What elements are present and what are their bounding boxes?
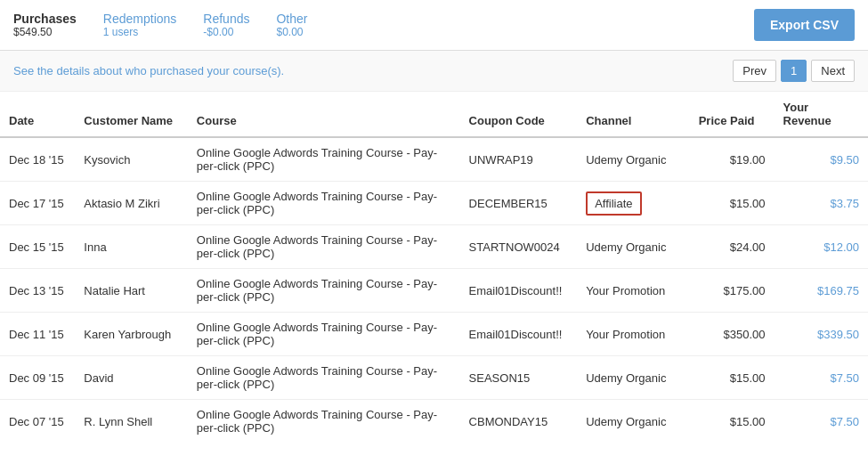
- col-header-channel: Channel: [577, 92, 690, 137]
- cell-customer_name: Natalie Hart: [75, 269, 188, 313]
- cell-channel: Affiliate: [577, 182, 690, 225]
- info-message: See the details about who purchased your…: [13, 64, 284, 77]
- info-bar: See the details about who purchased your…: [0, 51, 868, 92]
- page-1-button[interactable]: 1: [781, 60, 807, 82]
- cell-date: Dec 18 '15: [0, 137, 75, 182]
- cell-channel: Udemy Organic: [577, 137, 690, 182]
- cell-coupon_code: UNWRAP19: [460, 137, 578, 182]
- table-row: Dec 17 '15Aktasio M ZikriOnline Google A…: [0, 182, 868, 225]
- table-container: DateCustomer NameCourseCoupon CodeChanne…: [0, 92, 868, 443]
- cell-course: Online Google Adwords Training Course - …: [188, 356, 460, 400]
- tab-redemptions[interactable]: Redemptions 1 users: [103, 12, 177, 38]
- tab-sub-other: $0.00: [276, 26, 307, 38]
- cell-date: Dec 09 '15: [0, 356, 75, 400]
- cell-price_paid: $24.00: [690, 225, 775, 269]
- header-tabs: Purchases $549.50 Redemptions 1 users Re…: [13, 12, 754, 38]
- cell-customer_name: Aktasio M Zikri: [75, 182, 188, 225]
- cell-your_revenue: $9.50: [775, 137, 868, 182]
- cell-channel: Udemy Organic: [577, 225, 690, 269]
- cell-price_paid: $19.00: [690, 137, 775, 182]
- cell-date: Dec 15 '15: [0, 225, 75, 269]
- cell-coupon_code: CBMONDAY15: [460, 400, 578, 444]
- cell-course: Online Google Adwords Training Course - …: [188, 182, 460, 225]
- table-row: Dec 15 '15InnaOnline Google Adwords Trai…: [0, 225, 868, 269]
- cell-customer_name: R. Lynn Shell: [75, 400, 188, 444]
- cell-date: Dec 13 '15: [0, 269, 75, 313]
- tab-sub-redemptions: 1 users: [103, 26, 177, 38]
- tab-sub-refunds: -$0.00: [203, 26, 249, 38]
- cell-price_paid: $350.00: [690, 313, 775, 356]
- cell-course: Online Google Adwords Training Course - …: [188, 137, 460, 182]
- table-row: Dec 13 '15Natalie HartOnline Google Adwo…: [0, 269, 868, 313]
- table-row: Dec 11 '15Karen YarbroughOnline Google A…: [0, 313, 868, 356]
- cell-channel: Your Promotion: [577, 313, 690, 356]
- table-row: Dec 07 '15R. Lynn ShellOnline Google Adw…: [0, 400, 868, 444]
- table-row: Dec 18 '15KysovichOnline Google Adwords …: [0, 137, 868, 182]
- col-header-price_paid: Price Paid: [690, 92, 775, 137]
- cell-course: Online Google Adwords Training Course - …: [188, 225, 460, 269]
- col-header-coupon_code: Coupon Code: [460, 92, 578, 137]
- col-header-customer_name: Customer Name: [75, 92, 188, 137]
- cell-your_revenue: $7.50: [775, 356, 868, 400]
- header-bar: Purchases $549.50 Redemptions 1 users Re…: [0, 0, 868, 51]
- cell-customer_name: David: [75, 356, 188, 400]
- cell-customer_name: Inna: [75, 225, 188, 269]
- tab-sub-purchases: $549.50: [13, 26, 77, 38]
- tab-other[interactable]: Other $0.00: [276, 12, 307, 38]
- cell-your_revenue: $7.50: [775, 400, 868, 444]
- tab-purchases[interactable]: Purchases $549.50: [13, 12, 77, 38]
- cell-price_paid: $15.00: [690, 356, 775, 400]
- affiliate-badge: Affiliate: [586, 191, 641, 216]
- tab-refunds[interactable]: Refunds -$0.00: [203, 12, 249, 38]
- cell-customer_name: Kysovich: [75, 137, 188, 182]
- cell-your_revenue: $169.75: [775, 269, 868, 313]
- cell-your_revenue: $12.00: [775, 225, 868, 269]
- tab-label-refunds: Refunds: [203, 12, 249, 26]
- cell-coupon_code: Email01Discount!!: [460, 269, 578, 313]
- cell-channel: Your Promotion: [577, 269, 690, 313]
- cell-price_paid: $15.00: [690, 400, 775, 444]
- cell-coupon_code: DECEMBER15: [460, 182, 578, 225]
- cell-price_paid: $15.00: [690, 182, 775, 225]
- cell-course: Online Google Adwords Training Course - …: [188, 269, 460, 313]
- table-row: Dec 09 '15DavidOnline Google Adwords Tra…: [0, 356, 868, 400]
- next-page-button[interactable]: Next: [811, 60, 855, 82]
- cell-coupon_code: STARTNOW0024: [460, 225, 578, 269]
- cell-coupon_code: SEASON15: [460, 356, 578, 400]
- tab-label-redemptions: Redemptions: [103, 12, 177, 26]
- col-header-date: Date: [0, 92, 75, 137]
- cell-date: Dec 07 '15: [0, 400, 75, 444]
- pagination: Prev 1 Next: [733, 60, 855, 82]
- cell-price_paid: $175.00: [690, 269, 775, 313]
- cell-coupon_code: Email01Discount!!: [460, 313, 578, 356]
- col-header-your_revenue: Your Revenue: [775, 92, 868, 137]
- prev-page-button[interactable]: Prev: [733, 60, 776, 82]
- cell-date: Dec 11 '15: [0, 313, 75, 356]
- cell-course: Online Google Adwords Training Course - …: [188, 313, 460, 356]
- cell-your_revenue: $339.50: [775, 313, 868, 356]
- cell-channel: Udemy Organic: [577, 356, 690, 400]
- cell-date: Dec 17 '15: [0, 182, 75, 225]
- cell-customer_name: Karen Yarbrough: [75, 313, 188, 356]
- cell-channel: Udemy Organic: [577, 400, 690, 444]
- cell-your_revenue: $3.75: [775, 182, 868, 225]
- cell-course: Online Google Adwords Training Course - …: [188, 400, 460, 444]
- tab-label-other: Other: [276, 12, 307, 26]
- export-csv-button[interactable]: Export CSV: [754, 9, 855, 41]
- col-header-course: Course: [188, 92, 460, 137]
- tab-label-purchases: Purchases: [13, 12, 77, 26]
